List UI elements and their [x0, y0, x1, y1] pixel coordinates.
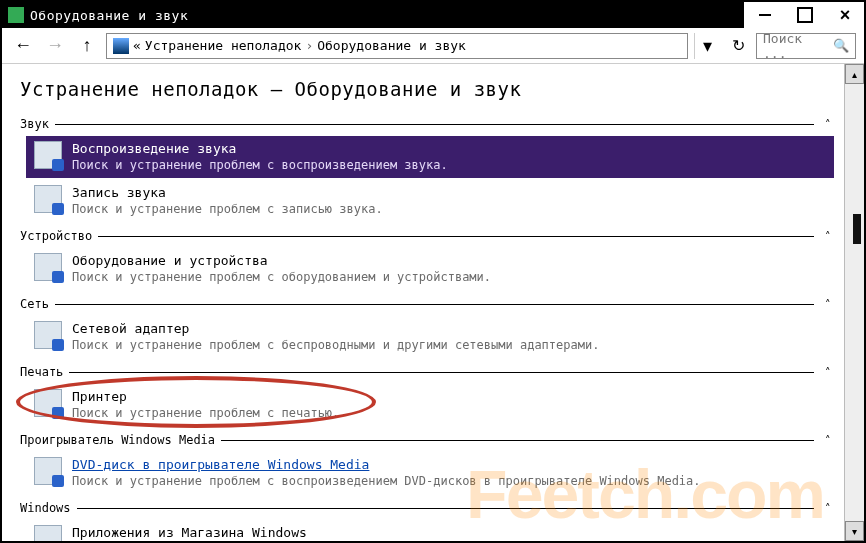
group-rule — [55, 304, 814, 305]
back-button[interactable]: ← — [10, 33, 36, 59]
group-0: Звук˄Воспроизведение звукаПоиск и устран… — [20, 114, 836, 222]
breadcrumb-2[interactable]: Оборудование и звук — [317, 38, 466, 53]
group-header[interactable]: Сеть˄ — [20, 294, 836, 314]
group-header[interactable]: Windows˄ — [20, 498, 836, 518]
item-text: ПринтерПоиск и устранение проблем с печа… — [72, 389, 339, 420]
chevron-up-icon[interactable]: ˄ — [820, 298, 836, 311]
troubleshooter-icon — [34, 525, 62, 541]
chevron-up-icon[interactable]: ˄ — [820, 366, 836, 379]
troubleshooter-icon — [34, 253, 62, 281]
item-title: Приложения из Магазина Windows — [72, 525, 737, 540]
troubleshooter-item[interactable]: Оборудование и устройстваПоиск и устране… — [26, 248, 834, 290]
control-panel-window: Оборудование и звук × ← → ↑ « Устранение… — [0, 0, 866, 543]
item-text: Воспроизведение звукаПоиск и устранение … — [72, 141, 448, 172]
page-title: Устранение неполадок — Оборудование и зв… — [20, 78, 836, 100]
item-text: DVD-диск в проигрывателе Windows MediaПо… — [72, 457, 701, 488]
content-pane: Устранение неполадок — Оборудование и зв… — [2, 64, 864, 541]
group-2: Сеть˄Сетевой адаптерПоиск и устранение п… — [20, 294, 836, 358]
group-header[interactable]: Проигрыватель Windows Media˄ — [20, 430, 836, 450]
search-input[interactable]: Поиск ... 🔍 — [756, 33, 856, 59]
scroll-up-button[interactable]: ▴ — [845, 64, 864, 84]
chevron-up-icon[interactable]: ˄ — [820, 230, 836, 243]
group-5: Windows˄Приложения из Магазина WindowsУс… — [20, 498, 836, 541]
window-title: Оборудование и звук — [30, 8, 744, 23]
item-desc: Поиск и устранение проблем с печатью. — [72, 406, 339, 420]
troubleshooter-list: Устранение неполадок — Оборудование и зв… — [2, 64, 844, 541]
search-placeholder: Поиск ... — [763, 31, 833, 61]
item-text: Запись звукаПоиск и устранение проблем с… — [72, 185, 383, 216]
troubleshooter-item[interactable]: Воспроизведение звукаПоиск и устранение … — [26, 136, 834, 178]
item-text: Сетевой адаптерПоиск и устранение пробле… — [72, 321, 599, 352]
group-4: Проигрыватель Windows Media˄DVD-диск в п… — [20, 430, 836, 494]
group-3: Печать˄ПринтерПоиск и устранение проблем… — [20, 362, 836, 426]
titlebar: Оборудование и звук × — [2, 2, 864, 28]
search-icon: 🔍 — [833, 38, 849, 53]
scroll-down-button[interactable]: ▾ — [845, 521, 864, 541]
forward-button[interactable]: → — [42, 33, 68, 59]
item-desc: Поиск и устранение проблем с воспроизвед… — [72, 474, 701, 488]
item-desc: Поиск и устранение проблем с беспроводны… — [72, 338, 599, 352]
breadcrumb-1[interactable]: Устранение неполадок — [145, 38, 302, 53]
chevron-up-icon[interactable]: ˄ — [820, 118, 836, 131]
troubleshooter-item[interactable]: Запись звукаПоиск и устранение проблем с… — [26, 180, 834, 222]
minimize-button[interactable] — [744, 2, 784, 28]
item-desc: Поиск и устранение проблем с воспроизвед… — [72, 158, 448, 172]
group-header[interactable]: Устройство˄ — [20, 226, 836, 246]
group-label: Проигрыватель Windows Media — [20, 433, 215, 447]
maximize-button[interactable] — [784, 2, 824, 28]
group-rule — [69, 372, 814, 373]
troubleshooter-icon — [34, 457, 62, 485]
troubleshooter-icon — [34, 185, 62, 213]
up-button[interactable]: ↑ — [74, 33, 100, 59]
close-button[interactable]: × — [824, 2, 864, 28]
refresh-button[interactable]: ↻ — [726, 36, 750, 55]
window-buttons: × — [744, 2, 864, 28]
group-label: Печать — [20, 365, 63, 379]
group-label: Устройство — [20, 229, 92, 243]
dropdown-address-button[interactable]: ▾ — [694, 33, 720, 59]
item-text: Приложения из Магазина WindowsУстранение… — [72, 525, 737, 541]
navbar: ← → ↑ « Устранение неполадок › Оборудова… — [2, 28, 864, 64]
troubleshooter-icon — [34, 321, 62, 349]
troubleshooter-item[interactable]: Приложения из Магазина WindowsУстранение… — [26, 520, 834, 541]
group-rule — [98, 236, 814, 237]
item-title: Принтер — [72, 389, 339, 404]
scroll-grip-icon — [853, 214, 861, 244]
item-title: DVD-диск в проигрывателе Windows Media — [72, 457, 701, 472]
group-1: Устройство˄Оборудование и устройстваПоис… — [20, 226, 836, 290]
item-desc: Поиск и устранение проблем с оборудовани… — [72, 270, 491, 284]
troubleshooter-item[interactable]: ПринтерПоиск и устранение проблем с печа… — [26, 384, 834, 426]
vertical-scrollbar[interactable]: ▴ ▾ — [844, 64, 864, 541]
control-panel-icon — [113, 38, 129, 54]
troubleshooter-icon — [34, 389, 62, 417]
item-desc: Поиск и устранение проблем с записью зву… — [72, 202, 383, 216]
item-title: Запись звука — [72, 185, 383, 200]
app-icon — [8, 7, 24, 23]
group-label: Сеть — [20, 297, 49, 311]
chevron-up-icon[interactable]: ˄ — [820, 434, 836, 447]
group-label: Windows — [20, 501, 71, 515]
item-title: Сетевой адаптер — [72, 321, 599, 336]
troubleshooter-item[interactable]: Сетевой адаптерПоиск и устранение пробле… — [26, 316, 834, 358]
group-label: Звук — [20, 117, 49, 131]
troubleshooter-item[interactable]: DVD-диск в проигрывателе Windows MediaПо… — [26, 452, 834, 494]
item-title: Воспроизведение звука — [72, 141, 448, 156]
group-header[interactable]: Звук˄ — [20, 114, 836, 134]
chevron-up-icon[interactable]: ˄ — [820, 502, 836, 515]
item-text: Оборудование и устройстваПоиск и устране… — [72, 253, 491, 284]
group-rule — [55, 124, 814, 125]
breadcrumb-sep: › — [305, 38, 313, 53]
group-rule — [221, 440, 814, 441]
breadcrumb-prefix: « — [133, 38, 141, 53]
group-rule — [77, 508, 814, 509]
group-header[interactable]: Печать˄ — [20, 362, 836, 382]
troubleshooter-icon — [34, 141, 62, 169]
item-title: Оборудование и устройства — [72, 253, 491, 268]
address-bar[interactable]: « Устранение неполадок › Оборудование и … — [106, 33, 688, 59]
